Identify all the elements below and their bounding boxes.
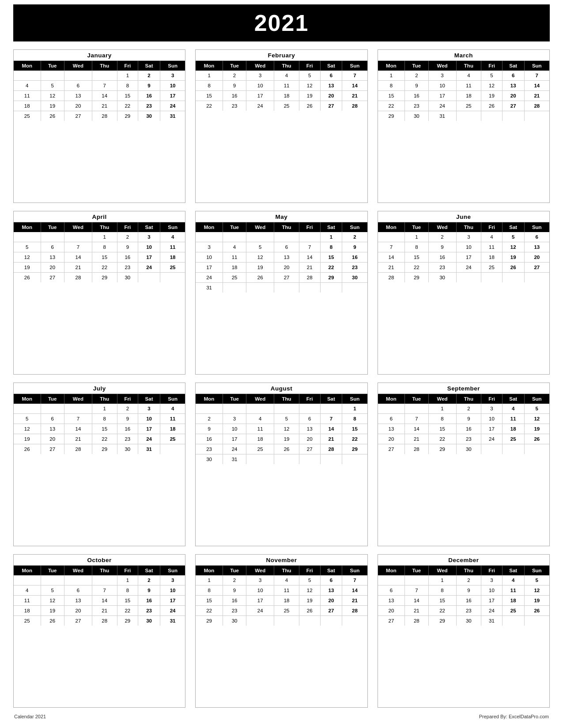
- day-cell: 24: [160, 606, 185, 616]
- day-cell: 29: [320, 273, 342, 283]
- page: 2021 JanuaryMonTueWedThuFriSatSun 123456…: [0, 0, 563, 728]
- day-header-thu: Thu: [92, 61, 117, 71]
- day-cell: 28: [64, 273, 92, 283]
- day-cell: 3: [138, 404, 160, 414]
- day-cell: [320, 404, 342, 414]
- day-cell: [342, 283, 367, 293]
- month-block-may: MayMonTueWedThuFriSatSun 123456789101112…: [195, 211, 367, 375]
- day-cell: 17: [160, 596, 185, 606]
- day-cell: 10: [160, 81, 185, 91]
- day-header-wed: Wed: [246, 222, 274, 232]
- day-cell: 23: [117, 434, 138, 444]
- day-cell: 15: [92, 424, 117, 434]
- day-cell: 24: [138, 434, 160, 444]
- month-title: October: [14, 555, 185, 566]
- week-row: 2930: [196, 616, 367, 626]
- day-cell: [524, 273, 549, 283]
- day-cell: [64, 71, 92, 81]
- day-cell: 5: [299, 575, 320, 585]
- day-cell: 31: [481, 616, 503, 626]
- day-cell: [274, 454, 299, 465]
- month-block-february: FebruaryMonTueWedThuFriSatSun12345678910…: [195, 49, 367, 203]
- day-cell: 6: [41, 414, 64, 424]
- day-cell: 28: [320, 444, 342, 454]
- day-cell: 6: [64, 81, 92, 91]
- day-cell: 10: [481, 585, 503, 596]
- day-cell: [14, 575, 41, 585]
- day-cell: 12: [14, 252, 41, 263]
- day-cell: 2: [428, 232, 456, 242]
- day-cell: 25: [14, 111, 41, 121]
- day-cell: 8: [196, 585, 223, 596]
- day-cell: [299, 283, 320, 293]
- day-cell: 20: [299, 434, 320, 444]
- month-title: August: [196, 383, 367, 394]
- day-header-fri: Fri: [117, 222, 138, 232]
- day-header-sat: Sat: [320, 61, 342, 71]
- day-header-sun: Sun: [160, 394, 185, 404]
- day-cell: 2: [138, 71, 160, 81]
- day-cell: 2: [342, 232, 367, 242]
- day-header-wed: Wed: [428, 61, 456, 71]
- day-cell: 30: [342, 273, 367, 283]
- day-cell: [41, 404, 64, 414]
- day-cell: 23: [196, 444, 223, 454]
- month-title: January: [14, 50, 185, 61]
- day-cell: 1: [342, 404, 367, 414]
- month-title: September: [378, 383, 549, 394]
- day-cell: 10: [456, 242, 481, 252]
- day-cell: [481, 273, 503, 283]
- week-row: 891011121314: [378, 81, 549, 91]
- day-cell: [342, 616, 367, 626]
- day-header-tue: Tue: [41, 394, 64, 404]
- day-header-mon: Mon: [196, 222, 223, 232]
- day-cell: 28: [92, 616, 117, 626]
- day-cell: 2: [196, 414, 223, 424]
- day-cell: 9: [117, 414, 138, 424]
- day-header-sun: Sun: [524, 394, 549, 404]
- day-cell: 23: [456, 434, 481, 444]
- day-cell: 27: [64, 616, 92, 626]
- day-header-sun: Sun: [524, 566, 549, 575]
- day-cell: [160, 273, 185, 283]
- day-cell: 5: [524, 575, 549, 585]
- day-cell: 8: [320, 242, 342, 252]
- week-row: 567891011: [14, 242, 185, 252]
- month-block-june: JuneMonTueWedThuFriSatSun 12345678910111…: [378, 211, 550, 375]
- day-cell: 16: [138, 596, 160, 606]
- week-row: 24252627282930: [196, 273, 367, 283]
- day-cell: 4: [160, 404, 185, 414]
- day-header-fri: Fri: [481, 61, 503, 71]
- day-cell: 27: [378, 444, 405, 454]
- day-cell: 4: [502, 575, 524, 585]
- week-row: 1: [196, 404, 367, 414]
- day-header-thu: Thu: [274, 566, 299, 575]
- day-cell: [64, 232, 92, 242]
- calendar-table: MonTueWedThuFriSatSun 123456789101112131…: [14, 222, 185, 282]
- day-cell: 22: [196, 606, 223, 616]
- day-cell: [502, 111, 524, 121]
- day-cell: 11: [502, 414, 524, 424]
- day-cell: [92, 575, 117, 585]
- day-header-tue: Tue: [405, 566, 428, 575]
- day-cell: 20: [320, 91, 342, 101]
- day-cell: 20: [64, 101, 92, 111]
- day-cell: [246, 616, 274, 626]
- day-cell: 6: [299, 414, 320, 424]
- week-row: 1234: [14, 404, 185, 414]
- day-cell: 19: [524, 424, 549, 434]
- day-cell: 24: [481, 434, 503, 444]
- day-cell: 14: [92, 596, 117, 606]
- day-cell: 28: [405, 616, 428, 626]
- day-header-wed: Wed: [64, 394, 92, 404]
- day-cell: [299, 404, 320, 414]
- month-title: March: [378, 50, 549, 61]
- day-cell: 18: [246, 434, 274, 444]
- month-block-december: DecemberMonTueWedThuFriSatSun 1234567891…: [378, 554, 550, 708]
- day-cell: 13: [320, 585, 342, 596]
- day-cell: 23: [428, 263, 456, 273]
- day-cell: 5: [246, 242, 274, 252]
- day-cell: 27: [502, 101, 524, 111]
- day-cell: 29: [117, 616, 138, 626]
- day-cell: 7: [92, 81, 117, 91]
